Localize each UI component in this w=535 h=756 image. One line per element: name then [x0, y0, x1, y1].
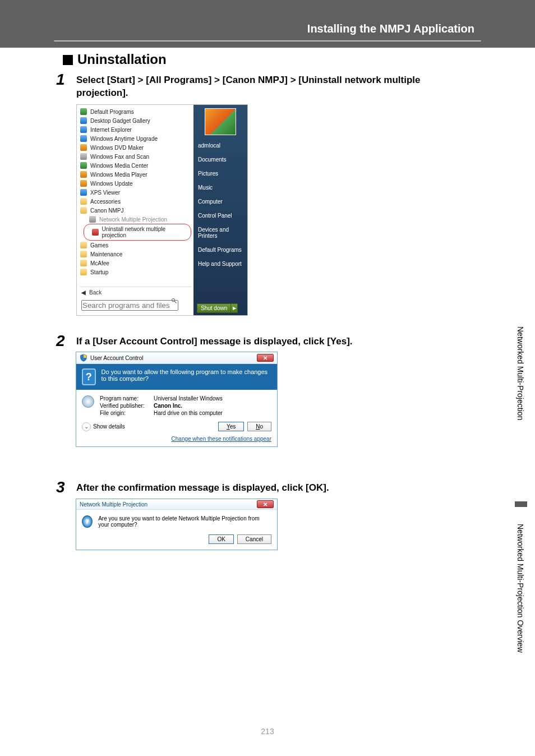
program-folder[interactable]: Maintenance: [80, 250, 191, 259]
screenshot-confirm-dialog: Network Multiple Projection ✕ ? Are you …: [76, 499, 278, 550]
user-avatar-icon: [205, 108, 236, 135]
side-tab-marker-icon: [515, 501, 527, 507]
program-label: McAfee: [90, 260, 109, 266]
program-item[interactable]: Windows Media Player: [80, 170, 191, 179]
program-item[interactable]: Windows Media Center: [80, 161, 191, 170]
value-file-origin: Hard drive on this computer: [154, 410, 223, 416]
program-icon: [80, 135, 87, 142]
program-icon: [80, 144, 87, 151]
folder-icon: [80, 251, 87, 257]
program-folder[interactable]: McAfee: [80, 259, 191, 268]
program-folder[interactable]: Games: [80, 241, 191, 250]
yes-button[interactable]: Yes: [218, 422, 244, 431]
folder-icon: [80, 207, 87, 214]
screenshot-uac-dialog: User Account Control ✕ ? Do you want to …: [76, 352, 278, 447]
program-label: Windows Anytime Upgrade: [90, 136, 158, 142]
program-label: Games: [90, 242, 108, 248]
right-pane-link[interactable]: Devices and Printers: [193, 223, 247, 243]
program-icon: [80, 189, 87, 196]
ok-button[interactable]: OK: [209, 534, 233, 544]
program-item[interactable]: Internet Explorer: [80, 125, 191, 134]
close-button[interactable]: ✕: [257, 354, 274, 362]
right-pane-link[interactable]: Music: [193, 181, 247, 195]
value-publisher: Canon Inc.: [154, 403, 223, 409]
program-icon: [80, 126, 87, 133]
program-icon: [80, 153, 87, 160]
header-divider: [54, 40, 481, 42]
program-label: XPS Viewer: [90, 190, 120, 196]
dialog-title: Network Multiple Projection: [80, 501, 147, 508]
no-rest: o: [260, 423, 263, 430]
step-text-2: If a [User Account Control] message is d…: [76, 335, 469, 348]
program-icon: [80, 171, 87, 178]
folder-icon: [80, 269, 87, 275]
program-folder[interactable]: Startup: [80, 268, 191, 276]
close-icon: ✕: [263, 355, 268, 361]
right-pane-link[interactable]: Control Panel: [193, 209, 247, 223]
program-label: Internet Explorer: [90, 127, 132, 133]
right-pane-link[interactable]: Pictures: [193, 167, 247, 181]
svg-point-0: [172, 298, 175, 302]
folder-icon: [80, 198, 87, 205]
program-label: Default Programs: [90, 109, 134, 115]
folder-icon: [80, 260, 87, 266]
program-icon: [80, 117, 87, 124]
program-folder[interactable]: Canon NMPJ: [80, 206, 191, 215]
program-icon: [80, 108, 87, 115]
right-pane-link[interactable]: Default Programs: [193, 243, 247, 257]
back-arrow-icon: ◀: [81, 289, 86, 296]
dialog-prompt: Do you want to allow the following progr…: [102, 368, 271, 385]
label-program-name: Program name:: [100, 395, 150, 402]
program-icon: [89, 216, 96, 223]
svg-line-1: [174, 301, 176, 303]
back-button[interactable]: ◀Back: [80, 287, 191, 297]
program-item[interactable]: Windows DVD Maker: [80, 143, 191, 152]
change-notifications-link[interactable]: Change when these notifications appear: [76, 436, 277, 446]
program-item[interactable]: XPS Viewer: [80, 188, 191, 197]
program-item[interactable]: Default Programs: [80, 107, 191, 116]
uninstall-menu-item[interactable]: Uninstall network multiple projection: [86, 225, 188, 239]
program-item[interactable]: Desktop Gadget Gallery: [80, 116, 191, 125]
chevron-right-icon: ▶: [233, 306, 236, 311]
section-title-text: Uninstallation: [77, 52, 167, 67]
step-text-3: After the confirmation message is displa…: [76, 482, 469, 495]
user-name[interactable]: admlocal: [193, 139, 247, 153]
cancel-button[interactable]: Cancel: [237, 534, 271, 544]
program-label: Windows Update: [90, 181, 133, 187]
uninstall-icon: [92, 229, 99, 236]
highlight-callout: Uninstall network multiple projection: [84, 224, 191, 241]
program-folder[interactable]: Accessories: [80, 197, 191, 206]
program-label: Windows Media Player: [90, 172, 147, 178]
close-button[interactable]: ✕: [257, 500, 274, 508]
search-input[interactable]: [81, 300, 178, 311]
folder-icon: [80, 242, 87, 248]
right-pane-link[interactable]: Computer: [193, 195, 247, 209]
shield-icon: [80, 354, 87, 362]
program-item[interactable]: Windows Fax and Scan: [80, 152, 191, 161]
step-number-1: 1: [56, 71, 65, 89]
program-item[interactable]: Windows Update: [80, 179, 191, 188]
dialog-title: User Account Control: [90, 355, 144, 361]
program-label: Windows DVD Maker: [90, 145, 144, 151]
question-icon: ?: [82, 515, 93, 528]
program-item[interactable]: Windows Anytime Upgrade: [80, 134, 191, 143]
shutdown-button[interactable]: Shut down: [197, 303, 231, 313]
value-program-name: Universal Installer Windows: [154, 395, 223, 402]
step-number-3: 3: [56, 478, 65, 496]
right-pane-link[interactable]: Documents: [193, 153, 247, 167]
close-icon: ✕: [263, 501, 268, 508]
program-label: Maintenance: [90, 251, 122, 257]
shutdown-options-button[interactable]: ▶: [231, 303, 238, 313]
step-number-2: 2: [56, 332, 65, 350]
program-label: Desktop Gadget Gallery: [90, 118, 150, 124]
program-label: Network Multiple Projection: [99, 216, 167, 223]
step-text-1: Select [Start] > [All Programs] > [Canon…: [76, 74, 469, 100]
program-label: Uninstall network multiple projection: [102, 226, 188, 238]
program-item[interactable]: Network Multiple Projection: [80, 215, 191, 224]
search-icon: [171, 298, 177, 304]
no-button[interactable]: No: [247, 422, 271, 431]
right-pane-link[interactable]: Help and Support: [193, 257, 247, 271]
show-details-link[interactable]: Show details: [93, 423, 125, 430]
page-header: Installing the NMPJ Application: [307, 22, 474, 35]
chevron-down-icon[interactable]: ⌄: [82, 422, 91, 431]
